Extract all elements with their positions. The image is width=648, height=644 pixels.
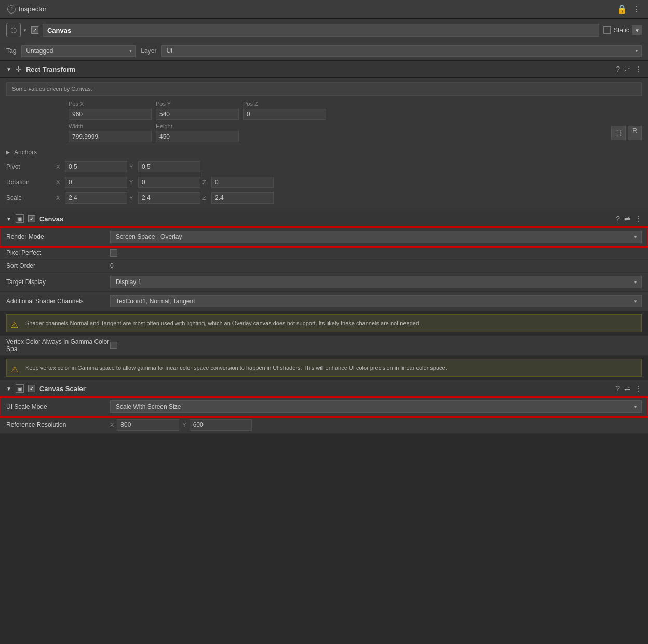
layer-select[interactable]: UI <box>161 45 642 57</box>
render-mode-label: Render Mode <box>6 233 110 240</box>
ui-scale-mode-select-wrap: Scale With Screen Size <box>110 400 642 413</box>
target-display-select-wrap: Display 1 <box>110 276 642 288</box>
pos-x-label: Pos X <box>69 101 152 107</box>
rot-y-item: Y <box>129 177 200 188</box>
pivot-y-item: Y <box>129 161 200 172</box>
canvas-more-icon[interactable]: ⋮ <box>634 214 642 223</box>
render-mode-select[interactable]: Screen Space - Overlay <box>110 231 642 243</box>
canvas-scaler-help-icon[interactable]: ? <box>616 384 620 393</box>
target-display-select[interactable]: Display 1 <box>110 276 642 288</box>
rect-transform-help-icon[interactable]: ? <box>616 65 620 73</box>
anchors-label: Anchors <box>14 149 37 156</box>
scale-x-input[interactable] <box>65 192 127 204</box>
layer-label: Layer <box>141 47 156 55</box>
pixel-perfect-checkbox[interactable] <box>110 249 117 257</box>
scale-z-item: Z <box>203 192 274 204</box>
rot-z-input[interactable] <box>211 177 274 188</box>
anchors-collapse-arrow[interactable]: ▶ <box>6 150 10 155</box>
static-checkbox[interactable] <box>603 26 611 34</box>
rotation-row: Rotation X Y Z <box>6 175 642 190</box>
canvas-scaler-sliders-icon[interactable]: ⇌ <box>624 384 630 393</box>
additional-shader-field: Additional Shader Channels TexCoord1, No… <box>0 292 648 311</box>
vertex-color-checkbox[interactable] <box>110 342 117 349</box>
sort-order-label: Sort Order <box>6 262 110 270</box>
rot-y-input[interactable] <box>138 177 200 188</box>
scale-y-input[interactable] <box>138 192 200 204</box>
more-menu-icon[interactable]: ⋮ <box>632 4 641 14</box>
static-area: Static ▼ <box>603 25 642 35</box>
rect-transform-info-bar: Some values driven by Canvas. <box>6 82 642 96</box>
rot-z-label: Z <box>203 179 210 185</box>
additional-shader-select[interactable]: TexCoord1, Normal, Tangent <box>110 295 642 307</box>
pos-x-input[interactable] <box>69 109 152 120</box>
pivot-row: Pivot X Y <box>6 159 642 175</box>
cube-icon: ⬡ <box>10 26 17 34</box>
lock-icon[interactable]: 🔒 <box>617 4 627 14</box>
width-input[interactable] <box>69 131 152 142</box>
rot-x-input[interactable] <box>65 177 127 188</box>
scale-row: Scale X Y Z <box>6 190 642 206</box>
canvas-scaler-comp-icon: ▣ <box>16 384 24 393</box>
scale-y-label: Y <box>129 195 137 201</box>
canvas-scaler-collapse-arrow[interactable]: ▼ <box>6 386 11 392</box>
tab-actions: 🔒 ⋮ <box>617 4 641 14</box>
ref-res-y-label: Y <box>182 422 186 428</box>
rect-transform-icon: ✛ <box>16 65 22 73</box>
canvas-component-actions: ? ⇌ ⋮ <box>616 214 642 223</box>
sort-order-value: 0 <box>110 262 114 270</box>
object-active-checkbox[interactable]: ✓ <box>31 26 38 34</box>
vertex-color-warning-box: ⚠ Keep vertex color in Gamma space to al… <box>6 359 642 377</box>
pos-z-input[interactable] <box>243 109 326 120</box>
scale-label: Scale <box>6 194 53 202</box>
ref-res-y-input[interactable] <box>190 419 252 431</box>
rect-button[interactable]: ⬚ <box>611 126 626 140</box>
pos-x-col: Pos X <box>69 101 152 120</box>
target-display-label: Target Display <box>6 278 110 286</box>
height-input[interactable] <box>156 131 239 142</box>
scale-z-input[interactable] <box>211 192 274 204</box>
object-name-input[interactable] <box>43 24 599 37</box>
rect-btns: ⬚ R <box>611 126 642 140</box>
canvas-scaler-more-icon[interactable]: ⋮ <box>634 384 642 393</box>
render-mode-select-wrap: Screen Space - Overlay <box>110 231 642 243</box>
anchors-row: ▶ Anchors <box>6 145 642 159</box>
shader-warning-box: ⚠ Shader channels Normal and Tangent are… <box>6 314 642 332</box>
canvas-scaler-title: Canvas Scaler <box>39 385 612 393</box>
canvas-comp-icon: ▣ <box>16 214 24 223</box>
rect-transform-more-icon[interactable]: ⋮ <box>634 65 642 73</box>
ui-scale-mode-select[interactable]: Scale With Screen Size <box>110 400 642 413</box>
pos-xyz-row: Pos X Pos Y Pos Z <box>6 101 642 120</box>
warning1-icon: ⚠ <box>11 319 18 331</box>
canvas-help-icon[interactable]: ? <box>616 214 620 223</box>
rot-x-label: X <box>56 179 63 185</box>
canvas-scaler-actions: ? ⇌ ⋮ <box>616 384 642 393</box>
pivot-x-axis-label: X <box>56 164 63 170</box>
canvas-active-checkbox[interactable]: ✓ <box>28 215 35 222</box>
pivot-x-item: X <box>56 161 127 172</box>
canvas-sliders-icon[interactable]: ⇌ <box>624 214 630 223</box>
sort-order-field: Sort Order 0 <box>0 260 648 273</box>
render-mode-field: Render Mode Screen Space - Overlay <box>0 227 648 247</box>
scale-z-label: Z <box>203 195 210 201</box>
scale-xyz-group: X Y Z <box>56 192 642 204</box>
pivot-xy-group: X Y <box>56 161 642 172</box>
reference-resolution-label: Reference Resolution <box>6 421 110 428</box>
ui-scale-mode-field: UI Scale Mode Scale With Screen Size <box>0 397 648 417</box>
rect-transform-collapse-arrow[interactable]: ▼ <box>6 66 11 72</box>
pivot-x-input[interactable] <box>65 161 127 172</box>
canvas-scaler-active-checkbox[interactable]: ✓ <box>28 385 35 392</box>
rect-transform-sliders-icon[interactable]: ⇌ <box>624 65 630 73</box>
scale-x-item: X <box>56 192 127 204</box>
tag-label: Tag <box>6 47 16 55</box>
rot-x-item: X <box>56 177 127 188</box>
canvas-collapse-arrow[interactable]: ▼ <box>6 216 11 222</box>
info-icon: ? <box>7 5 16 14</box>
ref-res-x-input[interactable] <box>117 419 179 431</box>
ui-scale-mode-label: UI Scale Mode <box>6 403 110 410</box>
pos-z-col: Pos Z <box>243 101 326 120</box>
r-button[interactable]: R <box>628 126 642 140</box>
tag-select[interactable]: Untagged <box>21 45 136 57</box>
static-dropdown[interactable]: ▼ <box>632 25 642 35</box>
pivot-y-input[interactable] <box>138 161 200 172</box>
pos-y-input[interactable] <box>156 109 239 120</box>
